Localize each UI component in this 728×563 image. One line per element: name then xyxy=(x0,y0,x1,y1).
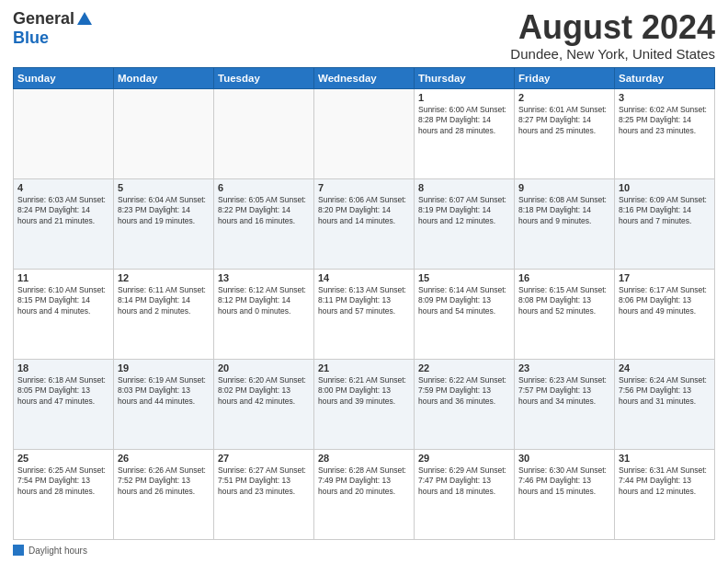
calendar-cell-w5-d2: 26Sunrise: 6:26 AM Sunset: 7:52 PM Dayli… xyxy=(114,449,214,539)
day-info-27: Sunrise: 6:27 AM Sunset: 7:51 PM Dayligh… xyxy=(218,465,310,497)
calendar-cell-w5-d4: 28Sunrise: 6:28 AM Sunset: 7:49 PM Dayli… xyxy=(314,449,415,539)
calendar-cell-w1-d4 xyxy=(314,88,415,178)
day-number-24: 24 xyxy=(619,362,711,373)
day-info-10: Sunrise: 6:09 AM Sunset: 8:16 PM Dayligh… xyxy=(619,195,711,226)
logo: General Blue xyxy=(13,9,92,48)
day-info-6: Sunrise: 6:05 AM Sunset: 8:22 PM Dayligh… xyxy=(218,195,310,226)
day-number-17: 17 xyxy=(619,272,711,283)
header-saturday: Saturday xyxy=(615,67,715,88)
day-info-8: Sunrise: 6:07 AM Sunset: 8:19 PM Dayligh… xyxy=(418,195,510,226)
calendar-table: SundayMondayTuesdayWednesdayThursdayFrid… xyxy=(13,67,715,540)
calendar-cell-w3-d5: 15Sunrise: 6:14 AM Sunset: 8:09 PM Dayli… xyxy=(415,269,515,359)
week-row-5: 25Sunrise: 6:25 AM Sunset: 7:54 PM Dayli… xyxy=(14,449,715,539)
day-number-25: 25 xyxy=(17,453,109,464)
day-number-5: 5 xyxy=(118,182,210,193)
calendar-cell-w1-d1 xyxy=(14,88,114,178)
day-info-19: Sunrise: 6:19 AM Sunset: 8:03 PM Dayligh… xyxy=(118,375,210,407)
day-number-1: 1 xyxy=(418,92,510,103)
day-info-24: Sunrise: 6:24 AM Sunset: 7:56 PM Dayligh… xyxy=(619,375,711,407)
day-number-31: 31 xyxy=(619,453,711,464)
header-friday: Friday xyxy=(515,67,615,88)
calendar-cell-w2-d1: 4Sunrise: 6:03 AM Sunset: 8:24 PM Daylig… xyxy=(14,178,114,269)
day-info-31: Sunrise: 6:31 AM Sunset: 7:44 PM Dayligh… xyxy=(619,465,711,497)
day-number-26: 26 xyxy=(118,453,210,464)
week-row-3: 11Sunrise: 6:10 AM Sunset: 8:15 PM Dayli… xyxy=(14,269,715,359)
calendar-header-row: SundayMondayTuesdayWednesdayThursdayFrid… xyxy=(14,67,715,88)
calendar-cell-w2-d3: 6Sunrise: 6:05 AM Sunset: 8:22 PM Daylig… xyxy=(214,178,314,269)
day-info-29: Sunrise: 6:29 AM Sunset: 7:47 PM Dayligh… xyxy=(418,465,510,497)
day-info-21: Sunrise: 6:21 AM Sunset: 8:00 PM Dayligh… xyxy=(318,375,410,407)
header-monday: Monday xyxy=(114,67,214,88)
day-number-13: 13 xyxy=(218,272,310,283)
day-info-14: Sunrise: 6:13 AM Sunset: 8:11 PM Dayligh… xyxy=(318,285,410,316)
calendar-cell-w2-d6: 9Sunrise: 6:08 AM Sunset: 8:18 PM Daylig… xyxy=(515,178,615,269)
calendar-cell-w5-d6: 30Sunrise: 6:30 AM Sunset: 7:46 PM Dayli… xyxy=(515,449,615,539)
header-thursday: Thursday xyxy=(415,67,515,88)
calendar-cell-w3-d6: 16Sunrise: 6:15 AM Sunset: 8:08 PM Dayli… xyxy=(515,269,615,359)
calendar-cell-w1-d3 xyxy=(214,88,314,178)
day-number-20: 20 xyxy=(218,362,310,373)
calendar-cell-w3-d4: 14Sunrise: 6:13 AM Sunset: 8:11 PM Dayli… xyxy=(314,269,415,359)
day-number-16: 16 xyxy=(518,272,610,283)
footer: Daylight hours xyxy=(13,545,715,556)
day-info-7: Sunrise: 6:06 AM Sunset: 8:20 PM Dayligh… xyxy=(318,195,410,226)
logo-triangle-icon xyxy=(77,12,92,25)
day-info-3: Sunrise: 6:02 AM Sunset: 8:25 PM Dayligh… xyxy=(619,105,711,136)
day-number-12: 12 xyxy=(118,272,210,283)
calendar-cell-w4-d1: 18Sunrise: 6:18 AM Sunset: 8:05 PM Dayli… xyxy=(14,359,114,449)
calendar-cell-w4-d7: 24Sunrise: 6:24 AM Sunset: 7:56 PM Dayli… xyxy=(615,359,715,449)
day-number-28: 28 xyxy=(318,453,410,464)
calendar-cell-w2-d4: 7Sunrise: 6:06 AM Sunset: 8:20 PM Daylig… xyxy=(314,178,415,269)
day-number-22: 22 xyxy=(418,362,510,373)
day-info-18: Sunrise: 6:18 AM Sunset: 8:05 PM Dayligh… xyxy=(17,375,109,407)
day-number-19: 19 xyxy=(118,362,210,373)
legend-color-box xyxy=(13,545,24,556)
day-number-4: 4 xyxy=(17,182,109,193)
day-info-11: Sunrise: 6:10 AM Sunset: 8:15 PM Dayligh… xyxy=(17,285,109,316)
day-number-18: 18 xyxy=(17,362,109,373)
calendar-cell-w4-d3: 20Sunrise: 6:20 AM Sunset: 8:02 PM Dayli… xyxy=(214,359,314,449)
day-info-2: Sunrise: 6:01 AM Sunset: 8:27 PM Dayligh… xyxy=(518,105,610,136)
day-number-23: 23 xyxy=(518,362,610,373)
calendar-cell-w1-d2 xyxy=(114,88,214,178)
day-info-20: Sunrise: 6:20 AM Sunset: 8:02 PM Dayligh… xyxy=(218,375,310,407)
day-number-7: 7 xyxy=(318,182,410,193)
day-number-9: 9 xyxy=(518,182,610,193)
day-info-4: Sunrise: 6:03 AM Sunset: 8:24 PM Dayligh… xyxy=(17,195,109,226)
day-info-28: Sunrise: 6:28 AM Sunset: 7:49 PM Dayligh… xyxy=(318,465,410,497)
week-row-1: 1Sunrise: 6:00 AM Sunset: 8:28 PM Daylig… xyxy=(14,88,715,178)
day-info-26: Sunrise: 6:26 AM Sunset: 7:52 PM Dayligh… xyxy=(118,465,210,497)
calendar-cell-w5-d3: 27Sunrise: 6:27 AM Sunset: 7:51 PM Dayli… xyxy=(214,449,314,539)
day-info-16: Sunrise: 6:15 AM Sunset: 8:08 PM Dayligh… xyxy=(518,285,610,316)
calendar-cell-w1-d5: 1Sunrise: 6:00 AM Sunset: 8:28 PM Daylig… xyxy=(415,88,515,178)
calendar-cell-w1-d7: 3Sunrise: 6:02 AM Sunset: 8:25 PM Daylig… xyxy=(615,88,715,178)
day-number-30: 30 xyxy=(518,453,610,464)
day-number-27: 27 xyxy=(218,453,310,464)
header-tuesday: Tuesday xyxy=(214,67,314,88)
day-info-13: Sunrise: 6:12 AM Sunset: 8:12 PM Dayligh… xyxy=(218,285,310,316)
calendar-cell-w5-d5: 29Sunrise: 6:29 AM Sunset: 7:47 PM Dayli… xyxy=(415,449,515,539)
day-info-5: Sunrise: 6:04 AM Sunset: 8:23 PM Dayligh… xyxy=(118,195,210,226)
day-number-15: 15 xyxy=(418,272,510,283)
week-row-2: 4Sunrise: 6:03 AM Sunset: 8:24 PM Daylig… xyxy=(14,178,715,269)
legend-label: Daylight hours xyxy=(28,546,87,556)
subtitle: Dundee, New York, United States xyxy=(510,46,715,62)
calendar-cell-w3-d1: 11Sunrise: 6:10 AM Sunset: 8:15 PM Dayli… xyxy=(14,269,114,359)
day-info-25: Sunrise: 6:25 AM Sunset: 7:54 PM Dayligh… xyxy=(17,465,109,497)
calendar-cell-w5-d7: 31Sunrise: 6:31 AM Sunset: 7:44 PM Dayli… xyxy=(615,449,715,539)
day-number-6: 6 xyxy=(218,182,310,193)
calendar-cell-w2-d5: 8Sunrise: 6:07 AM Sunset: 8:19 PM Daylig… xyxy=(415,178,515,269)
calendar-cell-w3-d7: 17Sunrise: 6:17 AM Sunset: 8:06 PM Dayli… xyxy=(615,269,715,359)
calendar-cell-w4-d4: 21Sunrise: 6:21 AM Sunset: 8:00 PM Dayli… xyxy=(314,359,415,449)
day-info-30: Sunrise: 6:30 AM Sunset: 7:46 PM Dayligh… xyxy=(518,465,610,497)
day-info-15: Sunrise: 6:14 AM Sunset: 8:09 PM Dayligh… xyxy=(418,285,510,316)
day-info-9: Sunrise: 6:08 AM Sunset: 8:18 PM Dayligh… xyxy=(518,195,610,226)
calendar-cell-w3-d2: 12Sunrise: 6:11 AM Sunset: 8:14 PM Dayli… xyxy=(114,269,214,359)
day-number-10: 10 xyxy=(619,182,711,193)
day-info-22: Sunrise: 6:22 AM Sunset: 7:59 PM Dayligh… xyxy=(418,375,510,407)
day-number-3: 3 xyxy=(619,92,711,103)
logo-blue-text: Blue xyxy=(13,29,49,48)
calendar-cell-w3-d3: 13Sunrise: 6:12 AM Sunset: 8:12 PM Dayli… xyxy=(214,269,314,359)
header-sunday: Sunday xyxy=(14,67,114,88)
day-number-2: 2 xyxy=(518,92,610,103)
